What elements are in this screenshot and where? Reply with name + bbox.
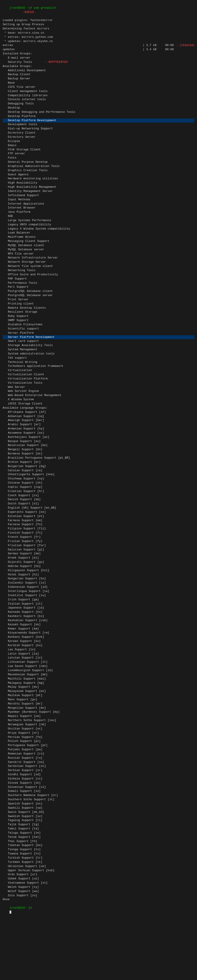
lang-czech: Czech Support [cs] (3, 493, 194, 498)
lang-hiligaynon: Hiligaynon Support [hil] (3, 568, 194, 573)
lang-malay: Malay Support [ms] (3, 685, 194, 689)
lang-slovenian: Slovenian Support [sl] (3, 785, 194, 789)
avail-java: Java Platform (3, 210, 194, 214)
lang-burmese: Burmese Support [dz] (3, 452, 194, 456)
avail-virt-tools: Virtualization Tools (3, 381, 194, 385)
lang-somali: Somali Support [so] (3, 789, 194, 793)
avail-debug-tools: Debugging Tools (3, 102, 194, 106)
avail-resilient: Resilient Storage (3, 310, 194, 314)
avail-network-storage: Network Storage Server (3, 260, 194, 264)
lang-khmer: Khmer Support [km] (3, 627, 194, 631)
lang-hungarian: Hungarian Support [hu] (3, 577, 194, 581)
lang-wolof: Wolof Support [wo] (3, 889, 194, 894)
avail-office-suite: Office Suite and Productivity (3, 273, 194, 277)
avail-high-avail: High Availability (3, 181, 194, 185)
lang-konkani: Konkani Support [kok] (3, 635, 194, 639)
lang-irish: Irish Support [ga] (3, 598, 194, 602)
prompt-symbol-1: [root@192 ~]# yum grouplist (10, 6, 56, 10)
avail-infiniband: Infiniband Support (3, 194, 194, 198)
lang-french: French Support [fr] (3, 535, 194, 539)
security-tools-line: Security Tools ← 编译环境是要包组 (3, 60, 194, 64)
lang-persian: Persian Support [fa] (3, 735, 194, 740)
avail-storage-avail: Storage Availability Tools (3, 344, 194, 348)
lang-chinese: Chinese Support [zh] (3, 481, 194, 485)
avail-console-inet: Console internet tools (3, 97, 194, 102)
avail-php: PHP Support (3, 277, 194, 281)
avail-ruby: Ruby Support (3, 314, 194, 318)
lang-sardinian: Sardinian Support [sc] (3, 764, 194, 768)
lang-danish: Danish Support [da] (3, 498, 194, 502)
avail-smartcard: Smart card support (3, 339, 194, 344)
lang-albanian: Albanian Support [sq] (3, 414, 194, 418)
lang-northern-sotho: Northern Sotho Support [nso] (3, 718, 194, 722)
avail-turbogears: TurboGears application framework (3, 364, 194, 368)
avail-dialup: Dial-up Networking Support (3, 127, 194, 131)
lang-basque: Basque Support [eu] (3, 439, 194, 444)
avail-server-platform-dev: Server Platform Development (3, 335, 194, 339)
avail-general-desktop: General Purpose Desktop (3, 160, 194, 164)
lang-interlingua: Interlingua Support [ia] (3, 589, 194, 593)
avail-internet-browser: Internet Browser (3, 206, 194, 210)
lang-azerbaijani: Azerbaijani Support [az] (3, 435, 194, 439)
lang-zulu: Zulu Support [zu] (3, 894, 194, 898)
lang-sanskrit: Sanskrit Support [sa] (3, 760, 194, 764)
lang-uzbek: Uzbek Support [uz] (3, 877, 194, 881)
avail-virt-client: Virtualization Client (3, 372, 194, 377)
lang-tsonga: Tsonga Support [ts] (3, 848, 194, 852)
lang-welsh: Welsh Support [cy] (3, 885, 194, 889)
lang-faroese-em: Faroese Support [em] (3, 519, 194, 523)
avail-tech-writing: Technical Writing (3, 360, 194, 364)
lang-portuguese: Portuguese Support [pt] (3, 743, 194, 748)
lang-slovak: Slovak Support [sk] (3, 781, 194, 785)
lang-tamil: Tamil Support [ta] (3, 827, 194, 831)
lang-romanian: Romanian Support [ro] (3, 752, 194, 756)
lang-japanese: Japanese Support [ja] (3, 606, 194, 610)
avail-identity-mgmt: Identity Management Server (3, 189, 194, 194)
lang-lithuanian: Lithuanian Support [lt] (3, 660, 194, 664)
avail-ftp: FTP server (3, 152, 194, 156)
avail-web-server: Web Server (3, 385, 194, 390)
lang-norwegian: Norwegian Support [nb] (3, 722, 194, 727)
mirror-skyshe: * updates: mirrors.skyshe.cn (3, 39, 194, 44)
avail-remote-desktop: Remote Desktop Clients (3, 306, 194, 310)
lang-korean: Korean Support [ko] (3, 639, 194, 643)
lang-marathi: Marathi Support [mr] (3, 702, 194, 706)
avail-scalable-fs: Scalable Filesystems (3, 323, 194, 327)
lang-italian: Italian Support [it] (3, 602, 194, 606)
lang-esperanto: Esperanto Support [eo] (3, 510, 194, 514)
avail-dir-server: Directory Server (3, 135, 194, 139)
avail-backup-client: Backup Client (3, 73, 194, 77)
avail-large-sys: Large Systems Performance (3, 218, 194, 223)
prompt-end: [root@192 ~]# (3, 902, 194, 918)
lang-russian: Russian Support [ru] (3, 756, 194, 760)
lang-oriya: Oriya Support [or] (3, 731, 194, 735)
avail-mainframe: Mainframe Access (3, 235, 194, 239)
determining: Determining fastest mirrors (3, 27, 194, 31)
lang-inuktitut: Inuktitut Support [iu] (3, 593, 194, 598)
lang-kazakh: Kazakh Support [kk] (3, 623, 194, 627)
lang-swiss: Swiss Support [de_CH] (3, 810, 194, 815)
lang-breton: Breton Support [br] (3, 460, 194, 465)
avail-backup-server: Backup Server (3, 77, 194, 81)
avail-nfs-client: Network file system client (3, 264, 194, 269)
lang-southern-sotho: Southern Sotho Support [st] (3, 797, 194, 802)
avail-pgsql-client: PostgreSQL Database client (3, 289, 194, 293)
lang-chhattisgarhi: Chhattisgarhi Support [hne] (3, 473, 194, 477)
security-tools-label: Security Tools (3, 60, 32, 64)
lang-latin: Latin Support [la] (3, 652, 194, 656)
installed-groups-header: Installed Groups: (3, 52, 194, 56)
lang-catalan: Catalan Support [ca] (3, 469, 194, 473)
lang-frisian: Frisian Support [fy] (3, 539, 194, 544)
avail-emacs: Emacs (3, 143, 194, 148)
lang-tswana: Tswana Support [tn] (3, 852, 194, 856)
avail-eclipse: Eclipse (3, 139, 194, 143)
lang-amazigh: Amazigh Support [ber] (3, 418, 194, 423)
extras-line: extras | 3.7 kB 00:00 ← 已安装的包组 (3, 43, 194, 48)
lang-sinhala: Sinhala Support [si] (3, 777, 194, 781)
lang-english-uk: English [UK] Support [en_GB] (3, 506, 194, 510)
lang-kashubian: Kashubian Support [csb] (3, 619, 194, 623)
avail-legacy-unix: Legacy UNIX compatibility (3, 223, 194, 227)
lang-turkmen: Turkmen Support [tk] (3, 860, 194, 864)
lang-tajik: Tajik Support [tg] (3, 822, 194, 827)
loaded-plugins: Loaded plugins: fastestmirror (3, 18, 194, 22)
